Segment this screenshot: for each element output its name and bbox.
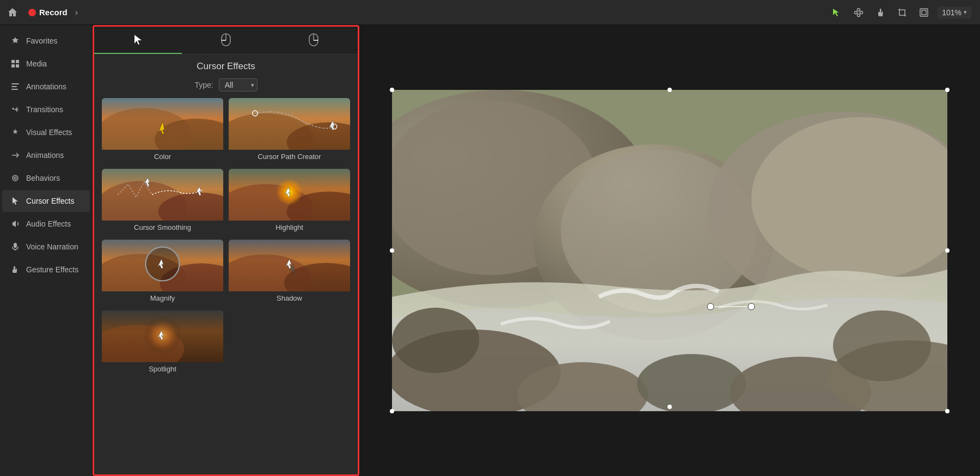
cursor-effects-label: Cursor Effects bbox=[26, 197, 74, 205]
sidebar-item-favorites[interactable]: Favorites bbox=[2, 30, 90, 52]
panel-tabs bbox=[94, 27, 358, 54]
media-icon bbox=[10, 58, 21, 69]
effect-card-magnify[interactable]: Magnify bbox=[102, 240, 223, 305]
zoom-control[interactable]: 101% ▾ bbox=[938, 7, 971, 19]
sidebar-item-visual-effects[interactable]: Visual Effects bbox=[2, 121, 90, 143]
type-select[interactable]: All Click Move bbox=[219, 78, 258, 91]
handle-bottom-center[interactable] bbox=[667, 405, 672, 409]
canvas-content bbox=[392, 90, 947, 411]
effect-label-color: Color bbox=[102, 150, 223, 163]
nodes-tool-icon[interactable] bbox=[850, 4, 867, 21]
effect-card-highlight[interactable]: Highlight bbox=[229, 169, 350, 234]
svg-rect-7 bbox=[11, 60, 15, 63]
effect-card-smoothing[interactable]: Cursor Smoothing bbox=[102, 169, 223, 234]
cursor-effects-panel: Cursor Effects Type: All Click Move bbox=[93, 25, 359, 476]
effect-card-spotlight[interactable]: Spotlight bbox=[102, 310, 223, 376]
type-label: Type: bbox=[194, 81, 213, 89]
record-dot bbox=[28, 9, 36, 16]
effect-label-highlight: Highlight bbox=[229, 221, 350, 234]
svg-rect-6 bbox=[922, 10, 926, 15]
effect-thumb-highlight bbox=[229, 169, 350, 221]
sidebar-item-transitions[interactable]: Transitions bbox=[2, 99, 90, 120]
svg-point-1 bbox=[855, 11, 857, 14]
svg-marker-20 bbox=[134, 35, 142, 45]
select-tool-icon[interactable] bbox=[829, 4, 845, 21]
forward-chevron-icon: › bbox=[75, 8, 78, 17]
visual-effects-label: Visual Effects bbox=[26, 128, 72, 137]
effect-thumb-spotlight bbox=[102, 310, 223, 362]
zoom-label: 101% bbox=[942, 8, 961, 17]
sidebar-item-gesture-effects[interactable]: Gesture Effects bbox=[2, 259, 90, 280]
zoom-chevron-icon: ▾ bbox=[964, 9, 967, 16]
handle-top-right[interactable] bbox=[945, 88, 950, 92]
click-left-tab[interactable] bbox=[182, 27, 270, 54]
sidebar-item-annotations[interactable]: Annotations bbox=[2, 76, 90, 97]
animations-label: Animations bbox=[26, 151, 64, 160]
svg-rect-5 bbox=[920, 9, 928, 16]
record-button[interactable]: Record bbox=[24, 5, 72, 19]
svg-rect-11 bbox=[11, 83, 19, 84]
effect-thumb-color bbox=[102, 98, 223, 150]
voice-narration-label: Voice Narration bbox=[26, 242, 78, 251]
home-icon[interactable] bbox=[4, 4, 21, 21]
audio-effects-label: Audio Effects bbox=[26, 219, 71, 228]
gesture-effects-label: Gesture Effects bbox=[26, 265, 78, 274]
main-layout: Favorites Media Annotatio bbox=[0, 25, 980, 476]
effect-label-path: Cursor Path Creator bbox=[229, 150, 350, 163]
type-select-wrapper[interactable]: All Click Move bbox=[219, 78, 258, 91]
svg-point-70 bbox=[637, 354, 746, 411]
panel-title: Cursor Effects bbox=[94, 54, 358, 76]
behaviors-label: Behaviors bbox=[26, 174, 60, 182]
topbar: Record › bbox=[0, 0, 980, 25]
animations-icon bbox=[10, 150, 21, 161]
visual-effects-icon bbox=[10, 127, 21, 138]
record-label: Record bbox=[39, 8, 68, 17]
sidebar-item-animations[interactable]: Animations bbox=[2, 144, 90, 166]
handle-middle-right[interactable] bbox=[945, 248, 950, 253]
cursor-tab[interactable] bbox=[94, 27, 182, 54]
sidebar-item-voice-narration[interactable]: Voice Narration bbox=[2, 236, 90, 258]
effect-label-smoothing: Cursor Smoothing bbox=[102, 221, 223, 234]
sidebar-item-cursor-effects[interactable]: Cursor Effects bbox=[2, 190, 90, 212]
sidebar-item-media[interactable]: Media bbox=[2, 53, 90, 75]
hand-tool-icon[interactable] bbox=[872, 4, 889, 21]
voice-narration-icon bbox=[10, 241, 21, 252]
handle-middle-left[interactable] bbox=[390, 248, 394, 253]
annotations-icon bbox=[10, 81, 21, 92]
type-filter-row: Type: All Click Move bbox=[94, 76, 358, 98]
svg-point-2 bbox=[857, 8, 860, 11]
svg-point-74 bbox=[833, 310, 931, 381]
effect-card-color[interactable]: Color bbox=[102, 98, 223, 163]
canvas-tool-icon[interactable] bbox=[916, 4, 932, 21]
crop-tool-icon[interactable] bbox=[894, 4, 910, 21]
handle-bottom-right[interactable] bbox=[945, 409, 950, 413]
svg-point-4 bbox=[857, 14, 860, 16]
svg-rect-9 bbox=[11, 64, 15, 68]
favorites-icon bbox=[10, 35, 21, 46]
svg-marker-0 bbox=[833, 9, 839, 16]
transitions-label: Transitions bbox=[26, 105, 63, 114]
sidebar-item-audio-effects[interactable]: Audio Effects bbox=[2, 213, 90, 235]
handle-top-left[interactable] bbox=[390, 88, 394, 92]
svg-point-15 bbox=[13, 175, 18, 181]
handle-top-center[interactable] bbox=[667, 88, 672, 92]
svg-point-3 bbox=[860, 11, 863, 14]
svg-rect-12 bbox=[11, 86, 17, 87]
canvas-image bbox=[392, 90, 947, 411]
svg-rect-10 bbox=[16, 64, 19, 68]
svg-rect-13 bbox=[11, 89, 18, 90]
effect-thumb-path bbox=[229, 98, 350, 150]
click-right-tab[interactable] bbox=[270, 27, 358, 54]
cursor-effects-icon bbox=[10, 196, 21, 206]
effect-card-shadow[interactable]: Shadow bbox=[229, 240, 350, 305]
favorites-label: Favorites bbox=[26, 36, 58, 45]
effect-label-magnify: Magnify bbox=[102, 291, 223, 305]
sidebar-item-behaviors[interactable]: Behaviors bbox=[2, 167, 90, 189]
transitions-icon bbox=[10, 104, 21, 115]
effect-card-path[interactable]: Cursor Path Creator bbox=[229, 98, 350, 163]
effect-label-shadow: Shadow bbox=[229, 291, 350, 305]
handle-bottom-left[interactable] bbox=[390, 409, 394, 413]
svg-marker-17 bbox=[13, 197, 18, 205]
effect-thumb-smoothing bbox=[102, 169, 223, 221]
topbar-left: Record › bbox=[0, 4, 78, 21]
